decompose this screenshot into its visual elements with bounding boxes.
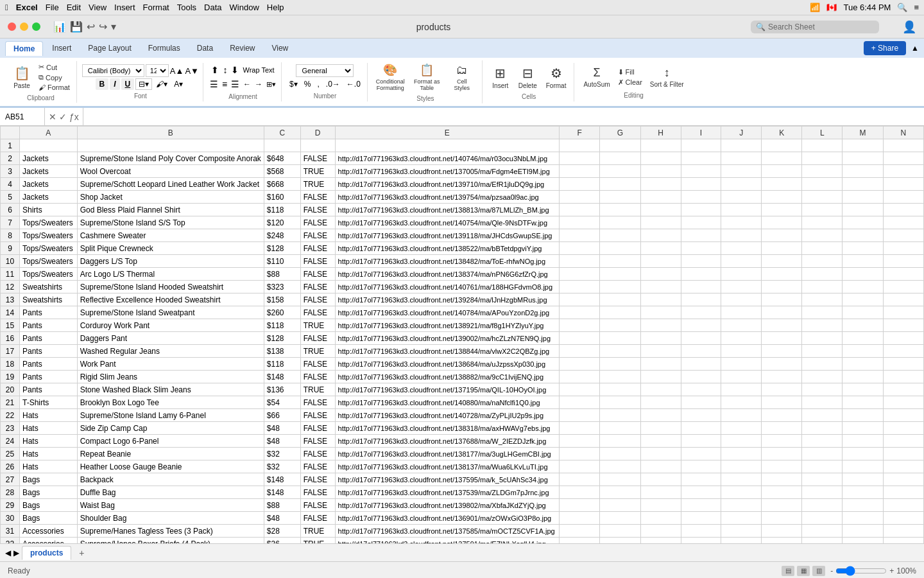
page-break-view-button[interactable]: ▥ bbox=[812, 566, 825, 576]
cell-e[interactable]: http://d17ol771963kd3.cloudfront.net/138… bbox=[335, 255, 560, 268]
cell-b[interactable]: Backpack bbox=[77, 473, 264, 486]
cell-d[interactable]: FALSE bbox=[300, 448, 335, 460]
cell-j[interactable] bbox=[721, 204, 762, 216]
cell-e[interactable]: http://d17ol771963kd3.cloudfront.net/137… bbox=[335, 486, 560, 499]
cell-g[interactable] bbox=[600, 204, 640, 216]
cell-g[interactable] bbox=[600, 319, 640, 332]
cell-l[interactable] bbox=[802, 396, 843, 409]
quick-access-dropdown[interactable]: ▾ bbox=[111, 21, 116, 33]
cell-l[interactable] bbox=[802, 525, 843, 538]
cell-k[interactable] bbox=[762, 512, 802, 525]
cell-i[interactable] bbox=[681, 409, 721, 422]
cell-h[interactable] bbox=[640, 268, 681, 281]
cell-d[interactable]: FALSE bbox=[300, 422, 335, 435]
cell-f[interactable] bbox=[560, 512, 600, 525]
cell-b[interactable]: Duffle Bag bbox=[77, 486, 264, 499]
cell-d[interactable]: FALSE bbox=[300, 204, 335, 216]
cell[interactable] bbox=[843, 139, 883, 152]
cell-d[interactable]: FALSE bbox=[300, 512, 335, 525]
cell[interactable] bbox=[802, 139, 843, 152]
cell-j[interactable] bbox=[721, 396, 762, 409]
cell-h[interactable] bbox=[640, 319, 681, 332]
cell-n[interactable] bbox=[883, 396, 923, 409]
cell-e[interactable]: http://d17ol771963kd3.cloudfront.net/138… bbox=[335, 460, 560, 473]
menu-window[interactable]: Window bbox=[230, 3, 259, 12]
cell-k[interactable] bbox=[762, 538, 802, 544]
cell-h[interactable] bbox=[640, 255, 681, 268]
cell-h[interactable] bbox=[640, 345, 681, 358]
cell-d[interactable]: FALSE bbox=[300, 486, 335, 499]
cell-d[interactable]: FALSE bbox=[300, 460, 335, 473]
cell-i[interactable] bbox=[681, 293, 721, 306]
cell-i[interactable] bbox=[681, 486, 721, 499]
cell-j[interactable] bbox=[721, 306, 762, 319]
cell-e[interactable]: http://d17ol771963kd3.cloudfront.net/139… bbox=[335, 229, 560, 242]
decrease-indent-button[interactable]: ← bbox=[242, 78, 252, 90]
cell-j[interactable] bbox=[721, 229, 762, 242]
cell-k[interactable] bbox=[762, 448, 802, 460]
cell-a[interactable]: Accessories bbox=[20, 538, 78, 544]
cell-i[interactable] bbox=[681, 499, 721, 512]
cell-m[interactable] bbox=[843, 332, 883, 345]
cell-c[interactable]: $160 bbox=[264, 191, 300, 204]
cell-k[interactable] bbox=[762, 383, 802, 396]
cell[interactable] bbox=[681, 139, 721, 152]
cell-l[interactable] bbox=[802, 460, 843, 473]
cell[interactable] bbox=[762, 139, 802, 152]
scroll-right-icon[interactable]: ▶ bbox=[13, 548, 19, 557]
cell-i[interactable] bbox=[681, 319, 721, 332]
cell[interactable] bbox=[560, 139, 600, 152]
cell-l[interactable] bbox=[802, 422, 843, 435]
cell-k[interactable] bbox=[762, 216, 802, 229]
cell-g[interactable] bbox=[600, 229, 640, 242]
cell-n[interactable] bbox=[883, 293, 923, 306]
menu-tools[interactable]: Tools bbox=[177, 3, 196, 12]
cell-l[interactable] bbox=[802, 268, 843, 281]
cell-d[interactable]: TRUE bbox=[300, 165, 335, 178]
col-header-m[interactable]: M bbox=[843, 127, 883, 139]
cell-n[interactable] bbox=[883, 383, 923, 396]
cell-e[interactable]: http://d17ol771963kd3.cloudfront.net/139… bbox=[335, 332, 560, 345]
align-left-button[interactable]: ☰ bbox=[209, 78, 219, 91]
cell-a[interactable]: Pants bbox=[20, 371, 78, 383]
search-box[interactable]: 🔍 Search Sheet bbox=[751, 21, 879, 33]
cell-g[interactable] bbox=[600, 460, 640, 473]
cell-k[interactable] bbox=[762, 178, 802, 191]
cell-g[interactable] bbox=[600, 409, 640, 422]
cell-h[interactable] bbox=[640, 460, 681, 473]
cell-a[interactable]: Accessories bbox=[20, 525, 78, 538]
cell-m[interactable] bbox=[843, 435, 883, 448]
col-header-e[interactable]: E bbox=[335, 127, 560, 139]
cell-f[interactable] bbox=[560, 448, 600, 460]
cell-k[interactable] bbox=[762, 281, 802, 293]
zoom-slider[interactable] bbox=[835, 566, 887, 576]
cell-m[interactable] bbox=[843, 383, 883, 396]
cell-f[interactable] bbox=[560, 255, 600, 268]
cell-g[interactable] bbox=[600, 473, 640, 486]
menu-edit[interactable]: Edit bbox=[67, 3, 81, 12]
cell-b[interactable]: Shoulder Bag bbox=[77, 512, 264, 525]
cell-h[interactable] bbox=[640, 486, 681, 499]
comma-button[interactable]: , bbox=[314, 78, 321, 90]
cell-i[interactable] bbox=[681, 525, 721, 538]
cell-a[interactable]: Tops/Sweaters bbox=[20, 242, 78, 255]
cell-j[interactable] bbox=[721, 332, 762, 345]
cell-g[interactable] bbox=[600, 191, 640, 204]
cell-e[interactable]: http://d17ol771963kd3.cloudfront.net/137… bbox=[335, 525, 560, 538]
cell-n[interactable] bbox=[883, 460, 923, 473]
cell-j[interactable] bbox=[721, 371, 762, 383]
cell-b[interactable]: Compact Logo 6-Panel bbox=[77, 435, 264, 448]
cell-f[interactable] bbox=[560, 409, 600, 422]
cell-k[interactable] bbox=[762, 396, 802, 409]
cell-j[interactable] bbox=[721, 345, 762, 358]
cell-c[interactable]: $148 bbox=[264, 473, 300, 486]
cell[interactable] bbox=[335, 139, 560, 152]
cell-k[interactable] bbox=[762, 499, 802, 512]
cell-m[interactable] bbox=[843, 499, 883, 512]
cell-b[interactable]: Repeat Beanie bbox=[77, 448, 264, 460]
cell-g[interactable] bbox=[600, 268, 640, 281]
col-header-k[interactable]: K bbox=[762, 127, 802, 139]
cell-k[interactable] bbox=[762, 293, 802, 306]
cell-m[interactable] bbox=[843, 512, 883, 525]
cell-a[interactable]: Sweatshirts bbox=[20, 293, 78, 306]
